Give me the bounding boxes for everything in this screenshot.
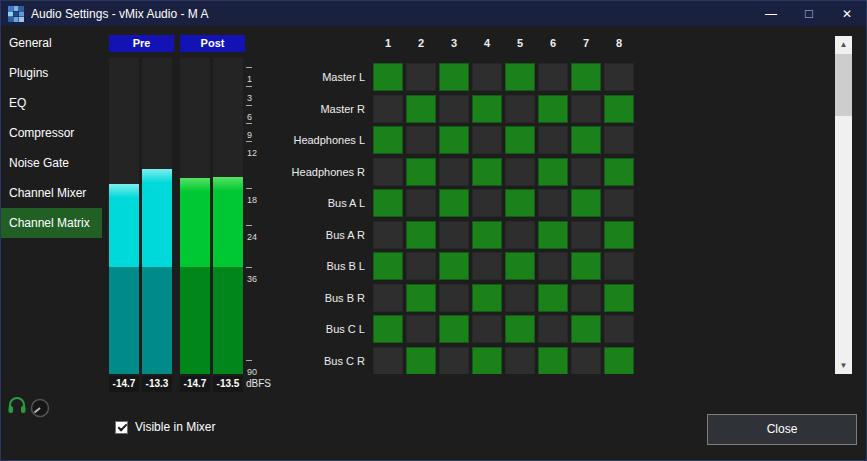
matrix-cell[interactable] xyxy=(604,315,634,343)
matrix-cell[interactable] xyxy=(439,158,469,186)
matrix-cell[interactable] xyxy=(406,284,436,312)
matrix-cell[interactable] xyxy=(538,189,568,217)
sidebar-item-compressor[interactable]: Compressor xyxy=(1,118,102,148)
matrix-cell[interactable] xyxy=(439,63,469,91)
matrix-cell[interactable] xyxy=(373,347,403,375)
matrix-cell[interactable] xyxy=(406,221,436,249)
matrix-cell[interactable] xyxy=(439,347,469,375)
matrix-cell[interactable] xyxy=(538,252,568,280)
matrix-cell[interactable] xyxy=(472,347,502,375)
matrix-cell[interactable] xyxy=(505,158,535,186)
matrix-cell[interactable] xyxy=(373,221,403,249)
matrix-cell[interactable] xyxy=(571,95,601,123)
matrix-cell[interactable] xyxy=(571,189,601,217)
sidebar-item-channel-mixer[interactable]: Channel Mixer xyxy=(1,178,102,208)
matrix-cell[interactable] xyxy=(406,95,436,123)
matrix-cell[interactable] xyxy=(604,221,634,249)
matrix-cell[interactable] xyxy=(538,158,568,186)
matrix-cell[interactable] xyxy=(571,158,601,186)
matrix-cell[interactable] xyxy=(439,126,469,154)
matrix-cell[interactable] xyxy=(538,284,568,312)
matrix-cell[interactable] xyxy=(439,189,469,217)
sidebar-item-noise-gate[interactable]: Noise Gate xyxy=(1,148,102,178)
matrix-cell[interactable] xyxy=(472,315,502,343)
matrix-cell[interactable] xyxy=(505,347,535,375)
matrix-cell[interactable] xyxy=(604,189,634,217)
matrix-cell[interactable] xyxy=(439,284,469,312)
matrix-cell[interactable] xyxy=(505,189,535,217)
matrix-cell[interactable] xyxy=(406,126,436,154)
matrix-cell[interactable] xyxy=(472,189,502,217)
matrix-cell[interactable] xyxy=(472,252,502,280)
matrix-cell[interactable] xyxy=(538,63,568,91)
matrix-row-label: Bus B R xyxy=(233,284,373,312)
matrix-cell[interactable] xyxy=(472,221,502,249)
matrix-cell[interactable] xyxy=(439,95,469,123)
matrix-cell[interactable] xyxy=(373,63,403,91)
matrix-cell[interactable] xyxy=(406,252,436,280)
matrix-cell[interactable] xyxy=(472,63,502,91)
matrix-cell[interactable] xyxy=(406,347,436,375)
scroll-up-icon[interactable]: ▲ xyxy=(835,36,852,53)
close-button[interactable]: Close xyxy=(707,414,857,445)
scroll-down-icon[interactable]: ▼ xyxy=(835,357,852,374)
matrix-cell[interactable] xyxy=(439,252,469,280)
matrix-cell[interactable] xyxy=(406,315,436,343)
matrix-cell[interactable] xyxy=(571,221,601,249)
maximize-button[interactable]: □ xyxy=(790,1,828,26)
matrix-cell[interactable] xyxy=(571,252,601,280)
close-window-button[interactable]: ✕ xyxy=(828,1,866,26)
matrix-cell[interactable] xyxy=(505,252,535,280)
matrix-cell[interactable] xyxy=(505,63,535,91)
matrix-cell[interactable] xyxy=(505,126,535,154)
matrix-cell[interactable] xyxy=(604,284,634,312)
matrix-cell[interactable] xyxy=(604,347,634,375)
matrix-cell[interactable] xyxy=(505,95,535,123)
sidebar-item-general[interactable]: General xyxy=(1,28,102,58)
matrix-cell[interactable] xyxy=(538,221,568,249)
matrix-cell[interactable] xyxy=(538,95,568,123)
matrix-cell[interactable] xyxy=(538,315,568,343)
headphones-icon[interactable] xyxy=(6,394,28,420)
matrix-cell[interactable] xyxy=(571,347,601,375)
matrix-cell[interactable] xyxy=(373,95,403,123)
volume-knob[interactable] xyxy=(30,398,50,422)
matrix-cell[interactable] xyxy=(406,158,436,186)
matrix-cell[interactable] xyxy=(571,63,601,91)
scrollbar-thumb[interactable] xyxy=(835,54,852,116)
matrix-cell[interactable] xyxy=(373,158,403,186)
matrix-cell[interactable] xyxy=(472,284,502,312)
matrix-cell[interactable] xyxy=(604,63,634,91)
sidebar-item-channel-matrix[interactable]: Channel Matrix xyxy=(1,208,102,238)
minimize-button[interactable]: — xyxy=(752,1,790,26)
matrix-cell[interactable] xyxy=(538,126,568,154)
matrix-cell[interactable] xyxy=(604,126,634,154)
matrix-cell[interactable] xyxy=(604,95,634,123)
matrix-cell[interactable] xyxy=(571,315,601,343)
matrix-scrollbar[interactable]: ▲ ▼ xyxy=(835,36,852,374)
matrix-cell[interactable] xyxy=(604,252,634,280)
matrix-cell[interactable] xyxy=(571,126,601,154)
matrix-cell[interactable] xyxy=(505,221,535,249)
post-readings: -14.7-13.5 xyxy=(180,376,243,392)
matrix-cell[interactable] xyxy=(373,252,403,280)
matrix-cell[interactable] xyxy=(538,347,568,375)
matrix-cell[interactable] xyxy=(373,284,403,312)
matrix-cell[interactable] xyxy=(505,284,535,312)
matrix-cell[interactable] xyxy=(439,221,469,249)
visible-in-mixer-checkbox[interactable] xyxy=(115,421,128,434)
sidebar-item-plugins[interactable]: Plugins xyxy=(1,58,102,88)
matrix-cell[interactable] xyxy=(505,315,535,343)
matrix-cell[interactable] xyxy=(373,315,403,343)
matrix-cell[interactable] xyxy=(406,189,436,217)
matrix-cell[interactable] xyxy=(604,158,634,186)
matrix-cell[interactable] xyxy=(406,63,436,91)
matrix-cell[interactable] xyxy=(472,126,502,154)
matrix-cell[interactable] xyxy=(472,95,502,123)
matrix-cell[interactable] xyxy=(439,315,469,343)
matrix-cell[interactable] xyxy=(571,284,601,312)
matrix-cell[interactable] xyxy=(373,189,403,217)
matrix-cell[interactable] xyxy=(472,158,502,186)
matrix-cell[interactable] xyxy=(373,126,403,154)
sidebar-item-eq[interactable]: EQ xyxy=(1,88,102,118)
